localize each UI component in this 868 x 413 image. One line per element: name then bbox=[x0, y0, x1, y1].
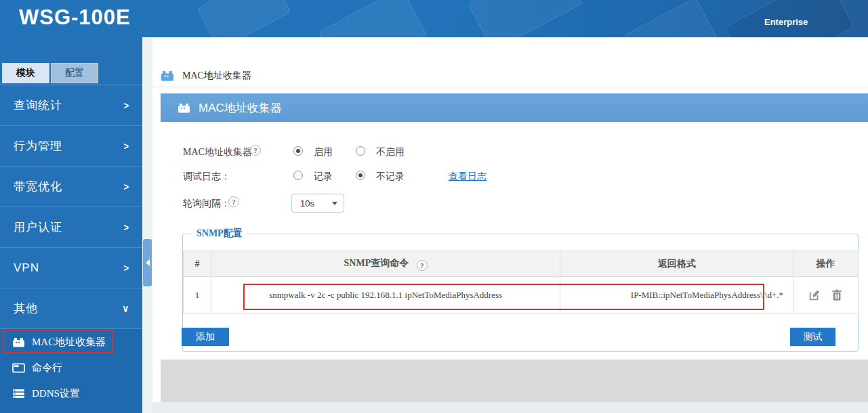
edit-icon[interactable] bbox=[808, 289, 821, 301]
poll-interval-label: 轮询间隔： bbox=[183, 198, 230, 210]
poll-interval-value: 10s bbox=[300, 198, 314, 209]
collector-icon bbox=[178, 103, 190, 113]
tab-modules[interactable]: 模块 bbox=[2, 63, 49, 83]
sidebar-item-mac-collector[interactable]: MAC地址收集器 bbox=[0, 329, 142, 355]
breadcrumb: MAC地址收集器 bbox=[161, 70, 251, 82]
wsg-admin-page: WSG-100E Enterprise 模块 配置 查询统计 > 行为管理 > … bbox=[0, 0, 868, 413]
chevron-down-icon: ∨ bbox=[122, 303, 129, 314]
radio-enable[interactable] bbox=[293, 146, 303, 156]
help-icon[interactable]: ? bbox=[250, 145, 261, 156]
main-content: MAC地址收集器 MAC地址收集器 MAC地址收集器： ? 启用 不启用 调试日… bbox=[152, 37, 868, 413]
test-button[interactable]: 测试 bbox=[790, 328, 835, 346]
snmp-command-table: # SNMP查询命令 ? 返回格式 操作 1 snmpwalk -v 2c -c… bbox=[183, 251, 859, 313]
keyboard-texture bbox=[468, 0, 583, 37]
chevron-down-icon bbox=[332, 202, 337, 205]
chevron-right-icon: > bbox=[123, 100, 129, 111]
breadcrumb-divider bbox=[152, 87, 868, 87]
keyboard-texture bbox=[318, 0, 427, 37]
debug-log-label: 调试日志： bbox=[183, 171, 230, 183]
row-operations-cell bbox=[793, 277, 859, 313]
sidebar-item-bandwidth[interactable]: 带宽优化 > bbox=[0, 167, 142, 207]
sidebar-item-query-stats[interactable]: 查询统计 > bbox=[0, 85, 142, 126]
footer-strip bbox=[152, 402, 868, 413]
snmp-config-legend: SNMP配置 bbox=[192, 227, 247, 240]
radio-enable-label[interactable]: 启用 bbox=[314, 146, 333, 158]
sidebar-item-ddns-settings[interactable]: DDNS设置 bbox=[0, 381, 142, 406]
poll-interval-select[interactable]: 10s bbox=[291, 194, 344, 213]
radio-log-norecord-label[interactable]: 不记录 bbox=[376, 171, 405, 183]
breadcrumb-label: MAC地址收集器 bbox=[182, 70, 251, 82]
app-logo: WSG-100E bbox=[19, 5, 131, 30]
view-log-link[interactable]: 查看日志 bbox=[449, 171, 487, 183]
sidebar-item-user-auth[interactable]: 用户认证 > bbox=[0, 207, 142, 248]
radio-log-norecord[interactable] bbox=[356, 171, 365, 180]
keyboard-texture bbox=[624, 0, 718, 37]
col-header-operations: 操作 bbox=[793, 251, 859, 277]
sidebar-item-behavior-mgmt[interactable]: 行为管理 > bbox=[0, 126, 142, 167]
keyboard-texture bbox=[197, 0, 291, 37]
table-row: 1 snmpwalk -v 2c -c public 192.168.1.1 i… bbox=[184, 277, 859, 313]
col-header-command: SNMP查询命令 ? bbox=[211, 251, 560, 277]
panel-header: MAC地址收集器 bbox=[161, 93, 868, 122]
collapse-left-arrow-icon bbox=[146, 259, 150, 266]
delete-icon[interactable] bbox=[831, 289, 843, 301]
chevron-right-icon: > bbox=[123, 181, 129, 192]
collector-icon bbox=[12, 337, 25, 347]
chevron-right-icon: > bbox=[123, 221, 129, 233]
tab-config[interactable]: 配置 bbox=[51, 63, 98, 83]
sidebar-gap bbox=[142, 37, 152, 413]
row-format-cell: IP-MIB::ipNetToMediaPhysAddress\.\d+.* bbox=[560, 277, 793, 313]
col-header-format: 返回格式 bbox=[560, 251, 793, 277]
sidebar-item-other[interactable]: 其他 ∨ bbox=[0, 288, 142, 329]
sidebar-item-vpn[interactable]: VPN > bbox=[0, 248, 142, 288]
collector-icon bbox=[161, 70, 174, 81]
row-command-cell: snmpwalk -v 2c -c public 192.168.1.1 ipN… bbox=[211, 277, 560, 313]
sidebar-tabs: 模块 配置 bbox=[2, 63, 100, 83]
sidebar-collapse-handle[interactable] bbox=[143, 239, 152, 286]
help-icon[interactable]: ? bbox=[228, 196, 239, 207]
server-icon bbox=[12, 389, 25, 399]
sidebar: 模块 配置 查询统计 > 行为管理 > 带宽优化 > 用户认证 > VPN > bbox=[0, 37, 142, 413]
footer-gray-block bbox=[161, 360, 868, 402]
add-button[interactable]: 添加 bbox=[182, 328, 229, 346]
row-index-cell: 1 bbox=[184, 277, 211, 313]
top-bar: WSG-100E Enterprise bbox=[0, 0, 868, 37]
chevron-right-icon: > bbox=[123, 262, 129, 274]
radio-disable-label[interactable]: 不启用 bbox=[376, 146, 405, 158]
panel-title: MAC地址收集器 bbox=[199, 100, 282, 116]
terminal-icon bbox=[12, 363, 25, 373]
radio-disable[interactable] bbox=[356, 146, 365, 156]
sidebar-menu: 查询统计 > 行为管理 > 带宽优化 > 用户认证 > VPN > 其他 ∨ bbox=[0, 85, 142, 329]
edition-label: Enterprise bbox=[764, 17, 808, 27]
radio-log-record[interactable] bbox=[293, 171, 303, 180]
chevron-right-icon: > bbox=[123, 140, 129, 152]
table-header-row: # SNMP查询命令 ? 返回格式 操作 bbox=[184, 251, 859, 277]
col-header-index: # bbox=[184, 251, 211, 277]
help-icon[interactable]: ? bbox=[417, 260, 428, 271]
sidebar-submenu-other: MAC地址收集器 命令行 DDNS设置 bbox=[0, 329, 142, 413]
sidebar-item-command-line[interactable]: 命令行 bbox=[0, 355, 142, 381]
radio-log-record-label[interactable]: 记录 bbox=[314, 171, 333, 183]
